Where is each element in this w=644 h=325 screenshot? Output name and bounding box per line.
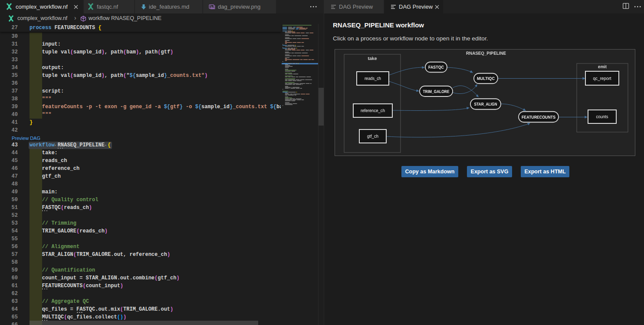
svg-text:RNASEQ_PIPELINE: RNASEQ_PIPELINE	[466, 51, 506, 56]
svg-text:FASTQC: FASTQC	[428, 65, 444, 70]
svg-text:gtf_ch: gtf_ch	[367, 134, 378, 139]
svg-text:qc_report: qc_report	[593, 76, 611, 81]
svg-text:counts: counts	[596, 114, 608, 119]
svg-text:take: take	[368, 56, 377, 61]
svg-text:emit: emit	[598, 64, 607, 70]
svg-text:STAR_ALIGN: STAR_ALIGN	[474, 102, 497, 107]
svg-text:TRIM_GALORE: TRIM_GALORE	[423, 90, 450, 94]
svg-text:reference_ch: reference_ch	[361, 108, 385, 113]
svg-text:reads_ch: reads_ch	[365, 76, 381, 81]
svg-text:MULTIQC: MULTIQC	[477, 76, 495, 81]
svg-text:FEATURECOUNTS: FEATURECOUNTS	[522, 115, 555, 120]
